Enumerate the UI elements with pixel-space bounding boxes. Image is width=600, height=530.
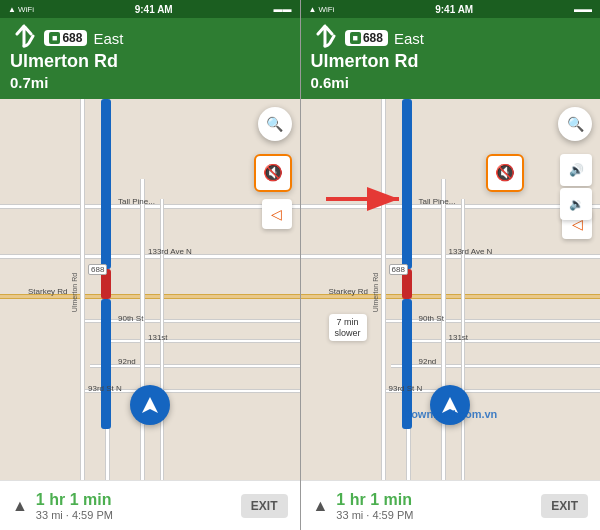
label-131st-r: 131st [449,333,469,342]
route-num-right: 688 [363,31,383,45]
eta-highlight-left: 1 hr 1 min [36,491,112,508]
expand-icon-left[interactable]: ▲ [12,497,28,515]
route-blue-top [101,99,111,269]
label-starkey-r: Starkey Rd [329,287,369,296]
red-arrow-annotation [321,187,411,215]
mute-icon-right: 🔇 [495,163,515,182]
road-v-80 [80,99,85,480]
turn-arrow-right [311,24,339,52]
turn-arrow-left [10,24,38,52]
shield-left: ■ [49,32,60,44]
bottom-bar-right: ▲ 1 hr 1 min 33 mi · 4:59 PM EXIT [301,480,601,530]
mute-button-left[interactable]: 🔇 [254,154,292,192]
label-ulmerton: Ulmerton Rd [71,273,78,312]
recenter-button-left[interactable]: ◁ [262,199,292,229]
road-v-140-r [441,179,446,480]
vol-up-icon: 🔊 [569,163,584,177]
battery-icon-right: ▬▬ [574,4,592,14]
label-90th-r: 90th St [419,314,444,323]
distance-left: 0.7mi [10,74,290,91]
right-panel: ▲ WiFi 9:41 AM ▬▬ ■ 688 East Ulmerton Rd… [301,0,601,530]
direction-left: East [93,30,123,47]
volume-buttons: 🔊 🔉 [560,154,592,220]
road-90th-r [381,319,601,323]
road-v-140 [140,179,145,480]
bottom-bar-left: ▲ 1 hr 1 min 33 mi · 4:59 PM EXIT [0,480,300,530]
battery-icon-left: ▬▬ [274,4,292,14]
eta-time-right: 1 hr 1 min [336,491,541,509]
label-ulmerton-r: Ulmerton Rd [372,273,379,312]
road-131st [110,339,300,343]
vol-down-icon: 🔉 [569,197,584,211]
nav-arrow-left [130,385,170,425]
tooltip-line1: 7 min [337,317,359,327]
time-left: 9:41 AM [135,4,173,15]
eta-time-left: 1 hr 1 min [36,491,241,509]
exit-button-right[interactable]: EXIT [541,494,588,518]
route-badge-right: ■ 688 [345,30,388,46]
eta-highlight-right: 1 hr 1 min [336,491,412,508]
map-left[interactable]: Starkey Rd Tall Pine... 133rd Ave N 90th… [0,99,300,480]
signal-icon-right: ▲ [309,5,317,14]
search-button-right[interactable]: 🔍 [558,107,592,141]
direction-right: East [394,30,424,47]
status-bar-left: ▲ WiFi 9:41 AM ▬▬ [0,0,300,18]
search-icon-right: 🔍 [567,116,584,132]
header-left: ■ 688 East Ulmerton Rd 0.7mi [0,18,300,99]
label-93rd: 93rd St N [88,384,122,393]
status-bar-right: ▲ WiFi 9:41 AM ▬▬ [301,0,601,18]
vol-up-button[interactable]: 🔊 [560,154,592,186]
map-right[interactable]: Starkey Rd Tall Pine... 133rd Ave N 90th… [301,99,601,480]
eta-info-right: 1 hr 1 min 33 mi · 4:59 PM [336,491,541,521]
expand-icon-right[interactable]: ▲ [313,497,329,515]
label-tallpine-r: Tall Pine... [419,197,456,206]
time-right: 9:41 AM [435,4,473,15]
svg-marker-0 [142,397,158,413]
road-v-80-r [381,99,386,480]
wifi-icon-left: WiFi [18,5,34,14]
exit-button-left[interactable]: EXIT [241,494,288,518]
street-right: Ulmerton Rd [311,52,591,72]
recenter-icon-left: ◁ [271,206,282,222]
search-button-left[interactable]: 🔍 [258,107,292,141]
route-num-map-r: 688 [389,264,408,275]
route-num-left: 688 [62,31,82,45]
label-tallpine: Tall Pine... [118,197,155,206]
eta-details-right: 33 mi · 4:59 PM [336,509,541,521]
eta-details-left: 33 mi · 4:59 PM [36,509,241,521]
label-93rd-r: 93rd St N [389,384,423,393]
vol-down-button[interactable]: 🔉 [560,188,592,220]
road-131st-r [411,339,601,343]
distance-right: 0.6mi [311,74,591,91]
shield-right: ■ [350,32,361,44]
mute-button-right[interactable]: 🔇 [486,154,524,192]
label-133rd-r: 133rd Ave N [449,247,493,256]
label-starkey: Starkey Rd [28,287,68,296]
tooltip-line2: slower [335,328,361,338]
street-left: Ulmerton Rd [10,52,290,72]
label-131st: 131st [148,333,168,342]
route-num-map: 688 [88,264,107,275]
route-blue-bottom [101,299,111,429]
search-icon-left: 🔍 [266,116,283,132]
signal-icon-left: ▲ [8,5,16,14]
left-panel: ▲ WiFi 9:41 AM ▬▬ ■ 688 East Ulmerton Rd… [0,0,300,530]
label-133rd: 133rd Ave N [148,247,192,256]
label-90th: 90th St [118,314,143,323]
label-92nd-r: 92nd [419,357,437,366]
header-right: ■ 688 East Ulmerton Rd 0.6mi [301,18,601,99]
route-badge-left: ■ 688 [44,30,87,46]
wifi-icon-right: WiFi [318,5,334,14]
eta-info-left: 1 hr 1 min 33 mi · 4:59 PM [36,491,241,521]
route-blue-top-r [402,99,412,269]
route-tooltip: 7 min slower [329,314,367,342]
mute-icon-left: 🔇 [263,163,283,182]
road-90th [80,319,300,323]
label-92nd: 92nd [118,357,136,366]
watermark: Download.com.vn [403,408,497,420]
